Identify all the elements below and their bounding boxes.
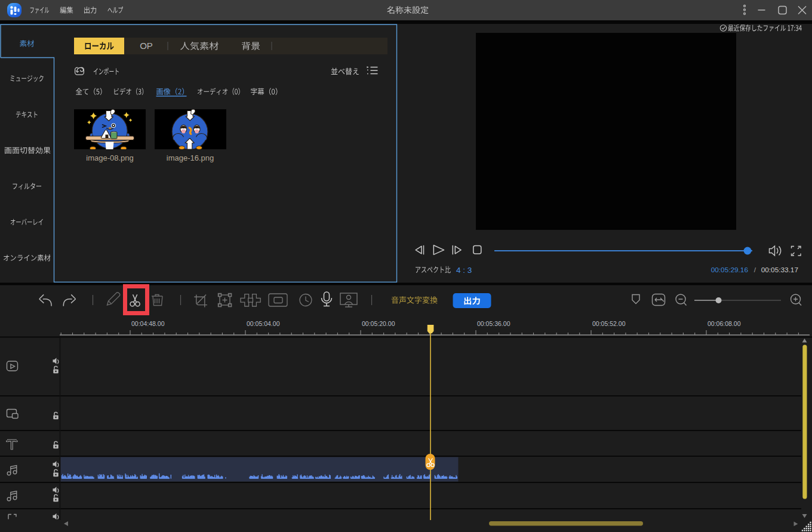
svg-text:image-08.png: image-08.png [86, 153, 134, 162]
svg-text:00:05:04.00: 00:05:04.00 [247, 320, 280, 327]
svg-text:00:05:33.17: 00:05:33.17 [761, 266, 798, 274]
svg-text:00:05:52.00: 00:05:52.00 [592, 320, 626, 327]
svg-text:00:05:29.16: 00:05:29.16 [711, 266, 749, 274]
svg-text:OP: OP [140, 41, 153, 51]
svg-text:00:05:36.00: 00:05:36.00 [477, 320, 510, 327]
svg-text:00:05:20.00: 00:05:20.00 [362, 320, 395, 327]
svg-text:00:04:48.00: 00:04:48.00 [131, 320, 165, 327]
svg-text:image-16.png: image-16.png [167, 153, 214, 162]
svg-text:00:06:08.00: 00:06:08.00 [708, 320, 741, 327]
svg-text:4 : 3: 4 : 3 [456, 266, 472, 275]
